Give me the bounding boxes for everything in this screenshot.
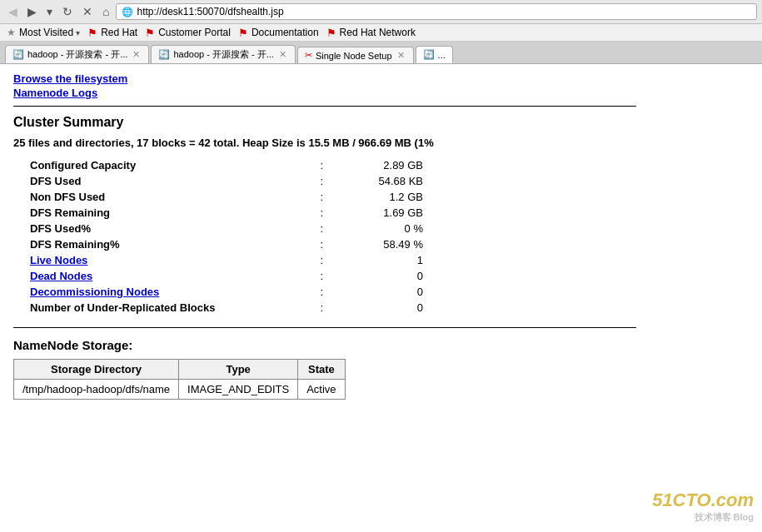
bookmark-label: Red Hat [101, 27, 137, 38]
table-row: DFS Used : 54.68 KB [27, 173, 426, 189]
bookmark-label: Customer Portal [158, 27, 231, 38]
live-nodes-link[interactable]: Live Nodes [30, 254, 87, 266]
table-row: DFS Remaining% : 58.49 % [27, 236, 426, 252]
links-section: Browse the filesystem Namenode Logs [13, 72, 636, 99]
address-bar[interactable]: 🌐 http://desk11:50070/dfshealth.jsp [116, 3, 757, 20]
row-value: 0 [331, 300, 426, 316]
bookmark-red-hat-network[interactable]: Red Hat Network [326, 27, 416, 38]
table-row: Non DFS Used : 1.2 GB [27, 189, 426, 205]
bookmark-red-hat[interactable]: Red Hat [87, 27, 137, 38]
cluster-summary-text: 25 files and directories, 17 blocks = 42… [13, 137, 636, 149]
row-label: Decommissioning Nodes [27, 284, 312, 300]
tab-icon: 🔄 [423, 49, 435, 60]
row-colon: : [312, 284, 331, 300]
row-label: DFS Remaining [27, 205, 312, 221]
row-value: 58.49 % [331, 236, 426, 252]
browse-filesystem-link[interactable]: Browse the filesystem [13, 72, 636, 85]
row-value: 0 [331, 284, 426, 300]
reload-button[interactable]: ↻ [59, 3, 76, 20]
tabs-bar: 🔄 hadoop - 开源搜索 - 开... ✕ 🔄 hadoop - 开源搜索… [0, 42, 762, 63]
table-row: Configured Capacity : 2.89 GB [27, 157, 426, 173]
bookmarks-bar: Most Visited ▾ Red Hat Customer Portal D… [0, 24, 762, 42]
dropdown-button[interactable]: ▾ [43, 3, 56, 20]
tab-close-button[interactable]: ✕ [277, 49, 288, 60]
row-colon: : [312, 205, 331, 221]
row-value: 0 [331, 268, 426, 284]
row-value: 54.68 KB [331, 173, 426, 189]
row-label: Number of Under-Replicated Blocks [27, 300, 312, 316]
address-text: http://desk11:50070/dfshealth.jsp [137, 6, 751, 17]
namenode-logs-link[interactable]: Namenode Logs [13, 87, 636, 99]
tab-label: Single Node Setup [316, 51, 392, 61]
table-row: DFS Used% : 0 % [27, 221, 426, 236]
tab-label: ... [438, 50, 446, 60]
cluster-table: Configured Capacity : 2.89 GB DFS Used :… [27, 157, 426, 316]
stop-button[interactable]: ✕ [79, 3, 96, 20]
row-colon: : [312, 173, 331, 189]
row-value: 1.2 GB [331, 189, 426, 205]
row-colon: : [312, 300, 331, 316]
divider-top [13, 106, 636, 107]
storage-state-cell: Active [298, 380, 345, 400]
storage-table-row: /tmp/hadoop-hadoop/dfs/name IMAGE_AND_ED… [14, 380, 346, 400]
tab-label: hadoop - 开源搜索 - 开... [173, 48, 273, 61]
row-colon: : [312, 268, 331, 284]
table-row: Live Nodes : 1 [27, 252, 426, 268]
dead-nodes-link[interactable]: Dead Nodes [30, 270, 92, 282]
row-label: Configured Capacity [27, 157, 312, 173]
bookmark-label: Documentation [252, 27, 319, 38]
row-label: Dead Nodes [27, 268, 312, 284]
decommissioning-nodes-link[interactable]: Decommissioning Nodes [30, 286, 159, 298]
divider-bottom [13, 327, 636, 328]
row-value: 0 % [331, 221, 426, 236]
tab-2[interactable]: 🔄 hadoop - 开源搜索 - 开... ✕ [151, 45, 295, 63]
home-button[interactable]: ⌂ [99, 3, 112, 20]
row-colon: : [312, 236, 331, 252]
page-content: Browse the filesystem Namenode Logs Clus… [0, 64, 650, 408]
cluster-summary-title: Cluster Summary [13, 115, 636, 130]
storage-directory-cell: /tmp/hadoop-hadoop/dfs/name [14, 380, 179, 400]
chevron-icon: ▾ [76, 28, 80, 37]
table-row: Number of Under-Replicated Blocks : 0 [27, 300, 426, 316]
bookmark-customer-portal[interactable]: Customer Portal [144, 27, 231, 38]
bookmark-label: Red Hat Network [340, 27, 416, 38]
forward-button[interactable]: ▶ [24, 3, 40, 20]
red-flag-icon [144, 27, 156, 38]
row-colon: : [312, 189, 331, 205]
table-row: Dead Nodes : 0 [27, 268, 426, 284]
col-header-state: State [298, 360, 345, 380]
row-label: DFS Used% [27, 221, 312, 236]
table-row: DFS Remaining : 1.69 GB [27, 205, 426, 221]
row-value: 1.69 GB [331, 205, 426, 221]
storage-table: Storage Directory Type State /tmp/hadoop… [13, 359, 346, 400]
row-value: 1 [331, 252, 426, 268]
star-icon [5, 27, 17, 38]
table-header-row: Storage Directory Type State [14, 360, 346, 380]
tab-icon: 🔄 [12, 49, 24, 60]
row-colon: : [312, 221, 331, 236]
red-flag-icon [87, 27, 98, 38]
bookmark-documentation[interactable]: Documentation [237, 27, 319, 38]
tab-label: hadoop - 开源搜索 - 开... [27, 48, 127, 61]
scissors-icon: ✂ [305, 50, 312, 61]
row-value: 2.89 GB [331, 157, 426, 173]
bookmark-label: Most Visited [19, 27, 73, 38]
tab-3[interactable]: ✂ Single Node Setup ✕ [297, 47, 414, 63]
row-label: Non DFS Used [27, 189, 312, 205]
tab-1[interactable]: 🔄 hadoop - 开源搜索 - 开... ✕ [5, 45, 149, 63]
red-flag-icon [237, 27, 249, 38]
tab-close-button[interactable]: ✕ [131, 49, 142, 60]
table-row: Decommissioning Nodes : 0 [27, 284, 426, 300]
storage-type-cell: IMAGE_AND_EDITS [179, 380, 298, 400]
row-label: Live Nodes [27, 252, 312, 268]
bookmark-most-visited[interactable]: Most Visited ▾ [5, 27, 80, 38]
tab-close-button[interactable]: ✕ [396, 50, 406, 61]
col-header-type: Type [179, 360, 298, 380]
tab-4[interactable]: 🔄 ... [416, 46, 453, 63]
row-label: DFS Remaining% [27, 236, 312, 252]
row-label: DFS Used [27, 173, 312, 189]
back-button[interactable]: ◀ [5, 3, 21, 20]
page-icon: 🌐 [122, 7, 133, 17]
row-colon: : [312, 252, 331, 268]
nav-bar: ◀ ▶ ▾ ↻ ✕ ⌂ 🌐 http://desk11:50070/dfshea… [0, 0, 762, 24]
